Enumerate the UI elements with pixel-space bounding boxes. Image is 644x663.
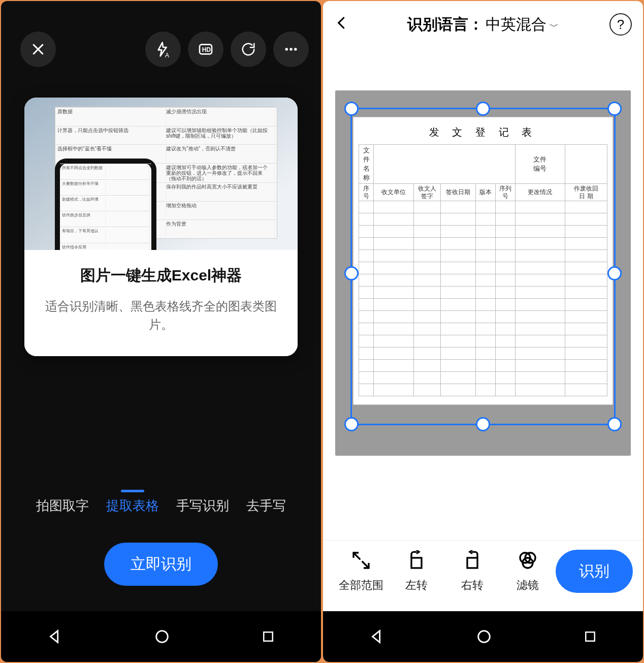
nav-back-icon[interactable] — [46, 628, 63, 645]
back-button[interactable] — [334, 15, 357, 34]
flash-auto-icon: A — [155, 41, 171, 57]
crop-handle-bm[interactable] — [476, 417, 490, 431]
close-icon — [30, 42, 46, 57]
tool-label: 滤镜 — [517, 578, 539, 593]
language-value: 中英混合 — [486, 16, 546, 33]
tool-label: 左转 — [405, 578, 428, 593]
svg-point-8 — [294, 48, 297, 51]
svg-point-10 — [156, 631, 168, 643]
chevron-down-icon: ﹀ — [550, 21, 559, 31]
tool-rotate-left[interactable]: 左转 — [389, 550, 445, 593]
flash-button[interactable]: A — [145, 31, 181, 67]
help-button[interactable]: ? — [609, 13, 632, 36]
svg-rect-11 — [264, 632, 273, 641]
tip-card-desc: 适合识别清晰、黑色表格线齐全的图表类图片。 — [38, 297, 284, 334]
nav-back-icon[interactable] — [368, 628, 385, 645]
tab-remove-hw[interactable]: 去手写 — [246, 490, 286, 515]
hd-icon: HD — [198, 41, 214, 57]
crop-handle-mr[interactable] — [607, 266, 622, 280]
crop-handle-br[interactable] — [607, 417, 622, 431]
crop-handle-bl[interactable] — [344, 417, 359, 431]
svg-point-7 — [289, 48, 293, 51]
svg-line-12 — [353, 553, 360, 559]
tip-card: 原数据减少崩溃情况出现 计算器，只能点击选中按钮筛选建议可以增加辅助校验控制单个… — [24, 98, 298, 356]
tab-handwriting[interactable]: 手写识别 — [176, 490, 229, 515]
tool-filter[interactable]: 滤镜 — [500, 550, 556, 593]
crop-editor[interactable]: 发 文 登 记 表 文件 名 称 文件 编号 序 号 收文单位 收文人 签字 签… — [335, 90, 631, 456]
language-label: 识别语言： — [407, 16, 484, 33]
svg-text:HD: HD — [202, 46, 211, 53]
help-icon: ? — [617, 17, 624, 33]
filter-icon — [518, 550, 538, 574]
svg-rect-15 — [467, 558, 477, 568]
hd-button[interactable]: HD — [188, 31, 223, 67]
recognize-button[interactable]: 识别 — [556, 550, 633, 593]
android-navbar — [1, 611, 321, 662]
tool-full-range[interactable]: 全部范围 — [333, 550, 389, 593]
tip-card-title: 图片一键生成Excel神器 — [38, 265, 284, 286]
more-dots-icon — [283, 42, 299, 57]
nav-home-icon[interactable] — [153, 628, 171, 645]
more-button[interactable] — [273, 31, 309, 67]
tip-card-image: 原数据减少崩溃情况出现 计算器，只能点击选中按钮筛选建议可以增加辅助校验控制单个… — [24, 98, 298, 250]
svg-marker-9 — [50, 631, 57, 643]
svg-text:A: A — [165, 52, 169, 57]
nav-recent-icon[interactable] — [261, 629, 276, 644]
crop-box[interactable] — [350, 108, 616, 425]
tab-photo-text[interactable]: 拍图取字 — [36, 490, 89, 515]
recognize-now-button[interactable]: 立即识别 — [104, 543, 218, 586]
crop-handle-ml[interactable] — [344, 266, 359, 280]
svg-point-6 — [285, 48, 288, 51]
close-button[interactable] — [20, 31, 56, 67]
tool-rotate-right[interactable]: 右转 — [444, 550, 500, 593]
rotate-left-icon — [406, 550, 427, 574]
tab-extract-table[interactable]: 提取表格 — [106, 490, 159, 515]
svg-point-20 — [478, 631, 490, 643]
svg-line-13 — [362, 561, 368, 568]
nav-home-icon[interactable] — [475, 628, 493, 645]
crop-handle-tl[interactable] — [344, 102, 359, 116]
rotate-right-icon — [462, 550, 482, 574]
refresh-icon — [241, 42, 256, 57]
tool-label: 右转 — [461, 578, 484, 593]
crop-handle-tm[interactable] — [476, 102, 490, 116]
svg-rect-14 — [411, 558, 422, 568]
crop-handle-tr[interactable] — [607, 102, 622, 116]
mode-tabs: 拍图取字 提取表格 手写识别 去手写 — [1, 490, 321, 515]
svg-marker-19 — [372, 631, 379, 643]
language-selector[interactable]: 识别语言：中英混合﹀ — [357, 14, 609, 35]
nav-recent-icon[interactable] — [583, 629, 598, 644]
expand-icon — [351, 550, 371, 574]
tool-label: 全部范围 — [339, 578, 383, 593]
svg-rect-21 — [586, 632, 595, 641]
switch-camera-button[interactable] — [231, 31, 266, 67]
android-navbar — [323, 611, 643, 662]
